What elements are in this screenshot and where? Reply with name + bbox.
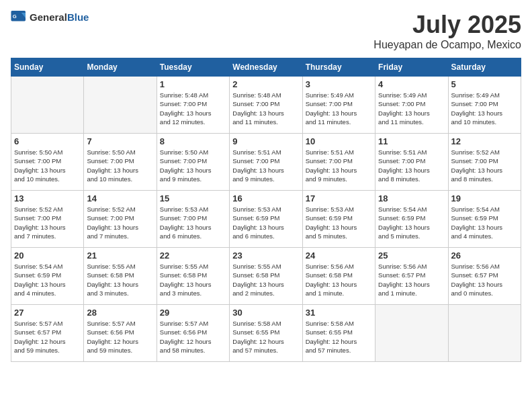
day-info: Sunrise: 5:50 AM Sunset: 7:00 PM Dayligh… xyxy=(14,148,81,183)
calendar-cell: 14Sunrise: 5:52 AM Sunset: 7:00 PM Dayli… xyxy=(84,191,157,248)
weekday-header-wednesday: Wednesday xyxy=(230,58,302,77)
calendar-cell xyxy=(448,305,521,362)
day-number: 18 xyxy=(378,193,445,203)
calendar-cell: 21Sunrise: 5:55 AM Sunset: 6:58 PM Dayli… xyxy=(84,248,157,305)
day-number: 30 xyxy=(232,308,299,318)
day-info: Sunrise: 5:48 AM Sunset: 7:00 PM Dayligh… xyxy=(232,91,299,126)
day-number: 12 xyxy=(451,136,518,146)
calendar-cell: 3Sunrise: 5:49 AM Sunset: 7:00 PM Daylig… xyxy=(302,77,375,134)
calendar-cell: 19Sunrise: 5:54 AM Sunset: 6:59 PM Dayli… xyxy=(448,191,521,248)
day-info: Sunrise: 5:51 AM Sunset: 7:00 PM Dayligh… xyxy=(378,148,445,183)
calendar-cell: 20Sunrise: 5:54 AM Sunset: 6:59 PM Dayli… xyxy=(11,248,84,305)
day-info: Sunrise: 5:51 AM Sunset: 7:00 PM Dayligh… xyxy=(306,148,372,183)
day-number: 5 xyxy=(451,79,518,89)
calendar-cell: 5Sunrise: 5:49 AM Sunset: 7:00 PM Daylig… xyxy=(448,77,521,134)
day-info: Sunrise: 5:50 AM Sunset: 7:00 PM Dayligh… xyxy=(160,148,226,183)
day-info: Sunrise: 5:56 AM Sunset: 6:57 PM Dayligh… xyxy=(451,262,518,298)
page-header: G GeneralBlue July 2025 Hueyapan de Ocam… xyxy=(11,11,521,51)
calendar-cell: 17Sunrise: 5:53 AM Sunset: 6:59 PM Dayli… xyxy=(302,191,375,248)
logo-general: General xyxy=(30,11,67,23)
logo-icon: G xyxy=(11,11,27,24)
calendar-cell: 2Sunrise: 5:48 AM Sunset: 7:00 PM Daylig… xyxy=(230,77,302,134)
day-number: 20 xyxy=(14,250,81,261)
day-info: Sunrise: 5:58 AM Sunset: 6:55 PM Dayligh… xyxy=(232,319,299,355)
weekday-header-monday: Monday xyxy=(84,58,157,77)
calendar-cell: 18Sunrise: 5:54 AM Sunset: 6:59 PM Dayli… xyxy=(375,191,448,248)
calendar-cell xyxy=(84,77,157,134)
week-row-2: 6Sunrise: 5:50 AM Sunset: 7:00 PM Daylig… xyxy=(11,134,521,191)
day-number: 14 xyxy=(87,193,153,203)
calendar-cell: 29Sunrise: 5:57 AM Sunset: 6:56 PM Dayli… xyxy=(157,305,229,362)
day-info: Sunrise: 5:49 AM Sunset: 7:00 PM Dayligh… xyxy=(306,91,372,126)
svg-text:G: G xyxy=(13,13,17,19)
day-info: Sunrise: 5:54 AM Sunset: 6:59 PM Dayligh… xyxy=(451,205,518,240)
day-number: 24 xyxy=(306,250,372,261)
day-number: 4 xyxy=(378,79,445,89)
week-row-1: 1Sunrise: 5:48 AM Sunset: 7:00 PM Daylig… xyxy=(11,77,521,134)
calendar-cell: 22Sunrise: 5:55 AM Sunset: 6:58 PM Dayli… xyxy=(157,248,229,305)
day-info: Sunrise: 5:58 AM Sunset: 6:55 PM Dayligh… xyxy=(306,319,372,355)
day-number: 16 xyxy=(232,193,299,203)
day-number: 26 xyxy=(451,250,518,261)
day-info: Sunrise: 5:54 AM Sunset: 6:59 PM Dayligh… xyxy=(14,262,81,298)
day-info: Sunrise: 5:52 AM Sunset: 7:00 PM Dayligh… xyxy=(451,148,518,183)
day-info: Sunrise: 5:52 AM Sunset: 7:00 PM Dayligh… xyxy=(14,205,81,240)
day-number: 9 xyxy=(232,136,299,146)
calendar-cell: 16Sunrise: 5:53 AM Sunset: 6:59 PM Dayli… xyxy=(230,191,302,248)
day-info: Sunrise: 5:52 AM Sunset: 7:00 PM Dayligh… xyxy=(87,205,153,240)
day-number: 13 xyxy=(14,193,81,203)
day-info: Sunrise: 5:56 AM Sunset: 6:57 PM Dayligh… xyxy=(378,262,445,298)
day-info: Sunrise: 5:57 AM Sunset: 6:56 PM Dayligh… xyxy=(160,319,226,355)
logo: G GeneralBlue xyxy=(11,11,89,24)
title-area: July 2025 Hueyapan de Ocampo, Mexico xyxy=(373,11,521,51)
calendar-cell: 25Sunrise: 5:56 AM Sunset: 6:57 PM Dayli… xyxy=(375,248,448,305)
day-number: 25 xyxy=(378,250,445,261)
day-info: Sunrise: 5:48 AM Sunset: 7:00 PM Dayligh… xyxy=(160,91,226,126)
calendar-cell: 7Sunrise: 5:50 AM Sunset: 7:00 PM Daylig… xyxy=(84,134,157,191)
day-info: Sunrise: 5:55 AM Sunset: 6:58 PM Dayligh… xyxy=(232,262,299,298)
day-info: Sunrise: 5:53 AM Sunset: 7:00 PM Dayligh… xyxy=(160,205,226,240)
day-info: Sunrise: 5:57 AM Sunset: 6:57 PM Dayligh… xyxy=(14,319,81,355)
day-info: Sunrise: 5:54 AM Sunset: 6:59 PM Dayligh… xyxy=(378,205,445,240)
week-row-3: 13Sunrise: 5:52 AM Sunset: 7:00 PM Dayli… xyxy=(11,191,521,248)
week-row-4: 20Sunrise: 5:54 AM Sunset: 6:59 PM Dayli… xyxy=(11,248,521,305)
day-info: Sunrise: 5:50 AM Sunset: 7:00 PM Dayligh… xyxy=(87,148,153,183)
day-number: 6 xyxy=(14,136,81,146)
weekday-header-friday: Friday xyxy=(375,58,448,77)
weekday-header-saturday: Saturday xyxy=(448,58,521,77)
day-number: 31 xyxy=(306,308,372,318)
calendar-cell: 28Sunrise: 5:57 AM Sunset: 6:56 PM Dayli… xyxy=(84,305,157,362)
logo-blue: Blue xyxy=(67,11,89,23)
calendar-cell: 12Sunrise: 5:52 AM Sunset: 7:00 PM Dayli… xyxy=(448,134,521,191)
calendar-cell: 23Sunrise: 5:55 AM Sunset: 6:58 PM Dayli… xyxy=(230,248,302,305)
day-number: 10 xyxy=(306,136,372,146)
day-number: 7 xyxy=(87,136,153,146)
calendar-cell xyxy=(11,77,84,134)
day-info: Sunrise: 5:51 AM Sunset: 7:00 PM Dayligh… xyxy=(232,148,299,183)
calendar-cell: 31Sunrise: 5:58 AM Sunset: 6:55 PM Dayli… xyxy=(302,305,375,362)
day-info: Sunrise: 5:49 AM Sunset: 7:00 PM Dayligh… xyxy=(378,91,445,126)
weekday-header-sunday: Sunday xyxy=(11,58,84,77)
calendar-cell: 11Sunrise: 5:51 AM Sunset: 7:00 PM Dayli… xyxy=(375,134,448,191)
calendar-cell: 6Sunrise: 5:50 AM Sunset: 7:00 PM Daylig… xyxy=(11,134,84,191)
calendar-cell: 9Sunrise: 5:51 AM Sunset: 7:00 PM Daylig… xyxy=(230,134,302,191)
day-number: 1 xyxy=(160,79,226,89)
day-number: 21 xyxy=(87,250,153,261)
day-info: Sunrise: 5:53 AM Sunset: 6:59 PM Dayligh… xyxy=(232,205,299,240)
day-info: Sunrise: 5:53 AM Sunset: 6:59 PM Dayligh… xyxy=(306,205,372,240)
day-info: Sunrise: 5:49 AM Sunset: 7:00 PM Dayligh… xyxy=(451,91,518,126)
calendar-cell: 15Sunrise: 5:53 AM Sunset: 7:00 PM Dayli… xyxy=(157,191,229,248)
calendar-cell: 24Sunrise: 5:56 AM Sunset: 6:58 PM Dayli… xyxy=(302,248,375,305)
day-info: Sunrise: 5:57 AM Sunset: 6:56 PM Dayligh… xyxy=(87,319,153,355)
day-number: 22 xyxy=(160,250,226,261)
calendar-cell: 8Sunrise: 5:50 AM Sunset: 7:00 PM Daylig… xyxy=(157,134,229,191)
day-number: 23 xyxy=(232,250,299,261)
calendar-cell: 4Sunrise: 5:49 AM Sunset: 7:00 PM Daylig… xyxy=(375,77,448,134)
calendar-cell: 30Sunrise: 5:58 AM Sunset: 6:55 PM Dayli… xyxy=(230,305,302,362)
day-number: 17 xyxy=(306,193,372,203)
day-info: Sunrise: 5:56 AM Sunset: 6:58 PM Dayligh… xyxy=(306,262,372,298)
day-number: 2 xyxy=(232,79,299,89)
month-title: July 2025 xyxy=(373,11,521,39)
calendar-cell: 27Sunrise: 5:57 AM Sunset: 6:57 PM Dayli… xyxy=(11,305,84,362)
day-number: 8 xyxy=(160,136,226,146)
